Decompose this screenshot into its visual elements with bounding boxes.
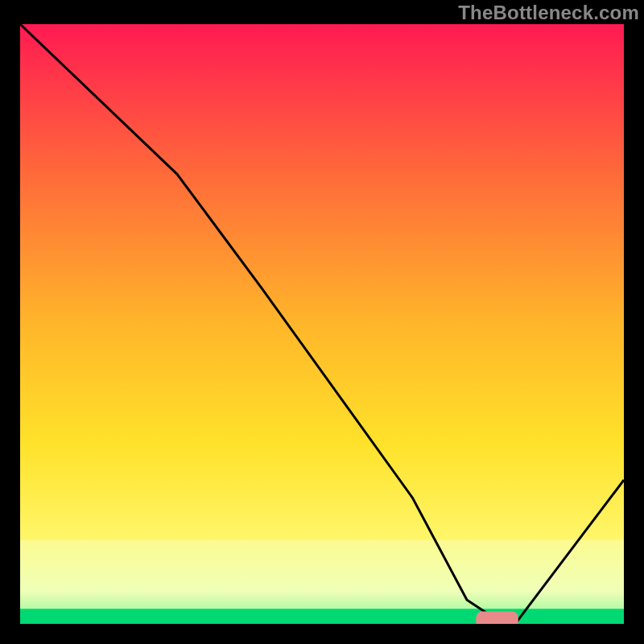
chart-container: TheBottleneck.com: [0, 0, 644, 644]
chart-svg: [20, 24, 624, 624]
optimal-zone-marker: [476, 611, 518, 624]
plot-area: [20, 24, 624, 624]
gradient-background: [20, 24, 624, 624]
watermark-text: TheBottleneck.com: [458, 2, 639, 24]
green-strip: [20, 609, 624, 624]
